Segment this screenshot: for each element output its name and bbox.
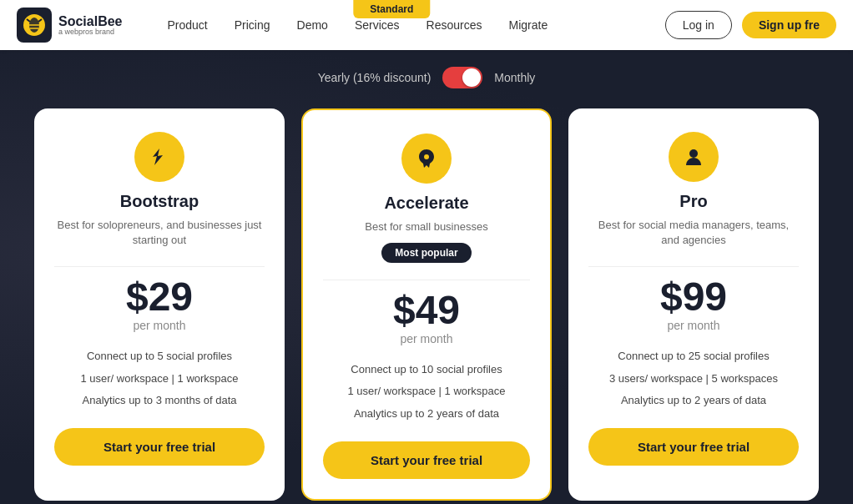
logo-icon: [17, 8, 52, 43]
bootstrap-title: Bootstrap: [120, 192, 199, 211]
accelerate-price: $49: [393, 290, 460, 330]
divider-pro: [588, 266, 799, 267]
logo-text: SocialBee a webpros brand: [58, 14, 122, 37]
bootstrap-features: Connect up to 5 social profiles 1 user/ …: [54, 345, 265, 411]
pro-feature-2: 3 users/ workspace | 5 workspaces: [588, 368, 799, 390]
bootstrap-period: per month: [133, 319, 185, 332]
pro-desc: Best for social media managers, teams, a…: [588, 218, 799, 248]
bootstrap-feature-3: Analytics up to 3 months of data: [54, 390, 265, 411]
bootstrap-price: $29: [126, 277, 193, 317]
navbar-actions: Log in Sign up fre: [665, 11, 836, 39]
accelerate-period: per month: [400, 332, 452, 345]
yearly-label: Yearly (16% discount): [318, 71, 432, 84]
accelerate-cta[interactable]: Start your free trial: [323, 441, 530, 479]
accelerate-feature-2: 1 user/ workspace | 1 workspace: [323, 381, 530, 402]
tab-standard[interactable]: Standard: [353, 0, 430, 18]
bootstrap-icon: [134, 132, 184, 182]
login-button[interactable]: Log in: [665, 11, 732, 39]
bootstrap-cta[interactable]: Start your free trial: [54, 428, 265, 466]
bootstrap-feature-1: Connect up to 5 social profiles: [54, 345, 265, 367]
pro-cta[interactable]: Start your free trial: [588, 428, 799, 466]
accelerate-feature-3: Analytics up to 2 years of data: [323, 403, 530, 425]
logo-sub: a webpros brand: [58, 28, 122, 36]
svg-point-6: [424, 154, 429, 159]
toggle-knob: [462, 68, 481, 87]
nav-demo[interactable]: Demo: [285, 13, 340, 37]
plan-pro: Pro Best for social media managers, team…: [568, 108, 819, 501]
accelerate-title: Accelerate: [384, 194, 468, 213]
accelerate-features: Connect up to 10 social profiles 1 user/…: [323, 359, 530, 425]
pro-feature-3: Analytics up to 2 years of data: [588, 390, 799, 411]
pro-title: Pro: [679, 192, 707, 211]
bee-svg: [23, 13, 46, 37]
pro-feature-1: Connect up to 25 social profiles: [588, 345, 799, 367]
plan-type-tabs: Standard Agency: [353, 0, 499, 18]
tab-agency[interactable]: Agency: [430, 0, 499, 18]
pro-period: per month: [667, 319, 719, 332]
monthly-label: Monthly: [494, 71, 535, 84]
divider: [54, 266, 265, 267]
bootstrap-desc: Best for solopreneurs, and businesses ju…: [54, 218, 265, 248]
logo[interactable]: SocialBee a webpros brand: [17, 8, 122, 43]
pro-features: Connect up to 25 social profiles 3 users…: [588, 345, 799, 411]
accelerate-desc: Best for small businesses: [365, 219, 487, 234]
plan-bootstrap: Bootstrap Best for solopreneurs, and bus…: [34, 108, 285, 501]
divider-acc: [323, 280, 530, 280]
svg-point-7: [689, 149, 698, 158]
nav-product[interactable]: Product: [155, 13, 219, 37]
most-popular-badge: Most popular: [381, 243, 471, 263]
accelerate-icon: [401, 134, 452, 184]
signup-button[interactable]: Sign up fre: [742, 12, 836, 38]
billing-toggle: Yearly (16% discount) Monthly: [33, 67, 820, 88]
pro-price: $99: [660, 277, 727, 317]
plan-accelerate: Accelerate Best for small businesses Mos…: [301, 108, 552, 501]
pricing-cards: Bootstrap Best for solopreneurs, and bus…: [33, 108, 820, 501]
nav-migrate[interactable]: Migrate: [497, 13, 560, 37]
nav-pricing[interactable]: Pricing: [223, 13, 282, 37]
main-content: Yearly (16% discount) Monthly Bootstrap …: [0, 50, 853, 504]
billing-toggle-switch[interactable]: [442, 67, 482, 88]
accelerate-feature-1: Connect up to 10 social profiles: [323, 359, 530, 381]
bootstrap-feature-2: 1 user/ workspace | 1 workspace: [54, 368, 265, 390]
logo-name: SocialBee: [58, 14, 122, 29]
pro-icon: [669, 132, 719, 182]
